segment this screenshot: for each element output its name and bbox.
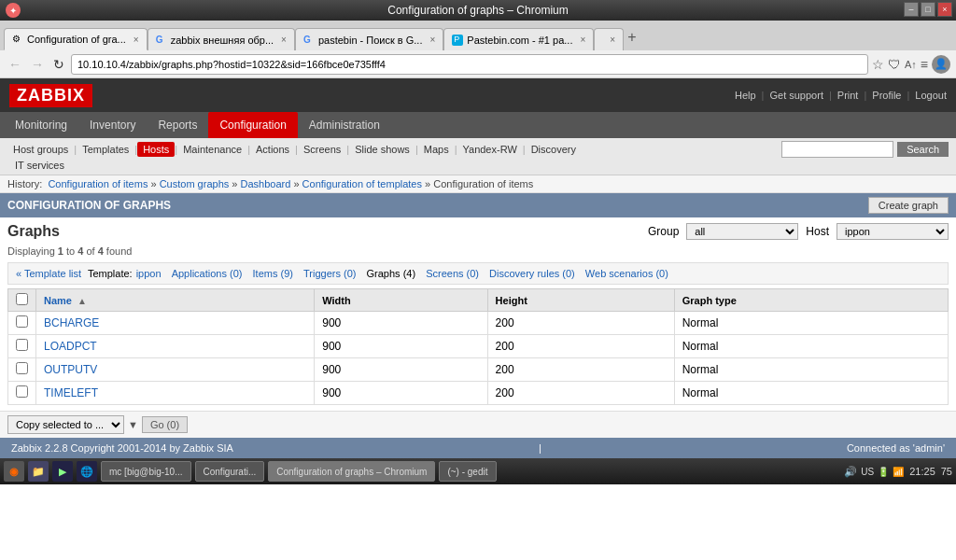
table-row: BCHARGE 900 200 Normal — [8, 312, 949, 335]
window-controls[interactable]: – □ × — [904, 2, 952, 17]
template-list-back[interactable]: « Template list — [16, 268, 81, 279]
back-button[interactable]: ← — [6, 57, 24, 72]
user-avatar[interactable]: 👤 — [932, 55, 950, 74]
tab-3[interactable]: P Pastebin.com - #1 pa... × — [443, 28, 594, 50]
tab-3-close[interactable]: × — [580, 35, 585, 45]
nav-reports[interactable]: Reports — [147, 112, 208, 138]
sub-nav-yandex-rw[interactable]: Yandex-RW — [457, 142, 523, 157]
taskbar-app-config[interactable]: Configurati... — [195, 461, 265, 482]
discovery-rules-link[interactable]: Discovery rules (0) — [489, 268, 575, 279]
sub-nav-host-groups[interactable]: Host groups — [7, 142, 74, 157]
web-scenarios-link[interactable]: Web scenarios (0) — [585, 268, 668, 279]
row-0-checkbox[interactable] — [16, 315, 28, 328]
main-nav: Monitoring Inventory Reports Configurati… — [0, 112, 956, 138]
taskbar: ◉ 📁 ▶ 🌐 mc [big@big-10... Configurati...… — [0, 458, 956, 484]
maximize-button[interactable]: □ — [921, 2, 935, 17]
help-link[interactable]: Help — [735, 90, 756, 101]
sub-nav-slide-shows[interactable]: Slide shows — [349, 142, 415, 157]
new-tab-button[interactable]: + — [627, 29, 636, 46]
create-graph-button[interactable]: Create graph — [868, 197, 949, 214]
group-select[interactable]: all — [686, 223, 798, 240]
host-select[interactable]: ippon — [836, 223, 949, 240]
it-services-link[interactable]: IT services — [7, 158, 72, 173]
row-3-name-link[interactable]: TIMELEFT — [44, 386, 98, 399]
nav-configuration[interactable]: Configuration — [208, 112, 297, 138]
taskbar-app-config-label: Configurati... — [204, 467, 257, 477]
print-link[interactable]: Print — [837, 90, 859, 101]
tab-3-favicon: P — [452, 35, 463, 46]
nav-monitoring[interactable]: Monitoring — [4, 112, 78, 138]
sub-nav-hosts[interactable]: Hosts — [137, 142, 175, 157]
keyboard-layout[interactable]: US — [861, 467, 874, 477]
breadcrumb-config-items[interactable]: Configuration of items — [48, 178, 148, 189]
sort-name-link[interactable]: Name — [44, 295, 72, 306]
row-2-name-link[interactable]: OUTPUTV — [44, 363, 97, 376]
applications-link[interactable]: Applications (0) — [172, 268, 243, 279]
tab-0[interactable]: ⚙ Configuration of gra... × — [4, 28, 148, 50]
copy-select[interactable]: Copy selected to ... — [7, 415, 124, 434]
get-support-link[interactable]: Get support — [769, 90, 822, 101]
table-row: OUTPUTV 900 200 Normal — [8, 358, 949, 382]
go-button[interactable]: Go (0) — [142, 416, 188, 433]
sub-nav-screens[interactable]: Screens — [298, 142, 346, 157]
files-icon[interactable]: 📁 — [28, 461, 49, 482]
address-bar[interactable] — [71, 54, 868, 75]
tab-0-close[interactable]: × — [134, 35, 139, 45]
system-clock: 21:25 — [909, 466, 935, 477]
dropdown-arrow: ▼ — [128, 419, 138, 430]
bookmark-icon[interactable]: ☆ — [872, 57, 884, 72]
taskbar-app-chromium[interactable]: Configuration of graphs – Chromium — [268, 461, 435, 482]
items-link[interactable]: Items (9) — [253, 268, 293, 279]
search-input[interactable] — [781, 141, 893, 158]
tab-2-close[interactable]: × — [429, 35, 435, 45]
reload-button[interactable]: ↻ — [50, 57, 67, 72]
row-2-checkbox[interactable] — [16, 362, 28, 374]
minimize-button[interactable]: – — [904, 2, 919, 17]
sort-arrow-icon: ▲ — [77, 296, 87, 306]
logout-link[interactable]: Logout — [915, 90, 947, 101]
start-button[interactable]: ◉ — [4, 461, 24, 482]
sub-nav-search: Search — [781, 141, 949, 158]
browser-taskbar-icon[interactable]: 🌐 — [77, 461, 97, 482]
triggers-link[interactable]: Triggers (0) — [303, 268, 356, 279]
search-button[interactable]: Search — [897, 142, 949, 157]
row-1-name-link[interactable]: LOADPCT — [44, 340, 97, 353]
menu-icon[interactable]: ≡ — [921, 57, 928, 72]
displaying-text: Displaying 1 to 4 of 4 found — [7, 245, 949, 257]
col-name[interactable]: Name ▲ — [36, 289, 315, 312]
breadcrumb-custom-graphs[interactable]: Custom graphs — [160, 178, 230, 189]
template-label: Template: — [85, 268, 133, 279]
screens-link[interactable]: Screens (0) — [426, 268, 479, 279]
tab-2[interactable]: G pastebin - Поиск в G... × — [295, 28, 443, 50]
sub-nav-discovery[interactable]: Discovery — [526, 142, 582, 157]
row-1-checkbox[interactable] — [16, 339, 28, 351]
nav-inventory[interactable]: Inventory — [78, 112, 147, 138]
terminal-icon[interactable]: ▶ — [52, 461, 73, 482]
sub-nav-maps[interactable]: Maps — [418, 142, 455, 157]
audio-icon[interactable]: 🔊 — [844, 466, 857, 478]
row-0-type: Normal — [674, 312, 948, 335]
tab-0-label: Configuration of gra... — [27, 34, 126, 45]
profile-link[interactable]: Profile — [872, 90, 901, 101]
row-3-type: Normal — [674, 382, 948, 405]
taskbar-app-mc[interactable]: mc [big@big-10... — [101, 461, 191, 482]
table-header-row: Name ▲ Width Height Graph type — [8, 289, 949, 312]
row-3-checkbox[interactable] — [16, 385, 28, 398]
select-all-checkbox[interactable] — [16, 293, 28, 305]
nav-administration[interactable]: Administration — [298, 112, 391, 138]
sub-nav-templates[interactable]: Templates — [77, 142, 134, 157]
close-button[interactable]: × — [937, 2, 952, 17]
sub-nav-actions[interactable]: Actions — [250, 142, 295, 157]
tab-1[interactable]: G zabbix внешняя обр... × — [148, 28, 295, 50]
tab-4-close[interactable]: × — [610, 35, 615, 45]
tab-4[interactable]: × — [594, 28, 624, 50]
sub-nav-maintenance[interactable]: Maintenance — [177, 142, 247, 157]
taskbar-app-gedit[interactable]: (~) - gedit — [439, 461, 496, 482]
row-0-name-link[interactable]: BCHARGE — [44, 316, 99, 329]
breadcrumb-dashboard[interactable]: Dashboard — [241, 178, 291, 189]
breadcrumb-config-templates[interactable]: Configuration of templates — [302, 178, 422, 189]
tab-1-close[interactable]: × — [281, 35, 287, 45]
template-value-link[interactable]: ippon — [136, 268, 162, 279]
host-filter: Group all Host ippon — [648, 223, 949, 240]
forward-button[interactable]: → — [28, 57, 47, 72]
